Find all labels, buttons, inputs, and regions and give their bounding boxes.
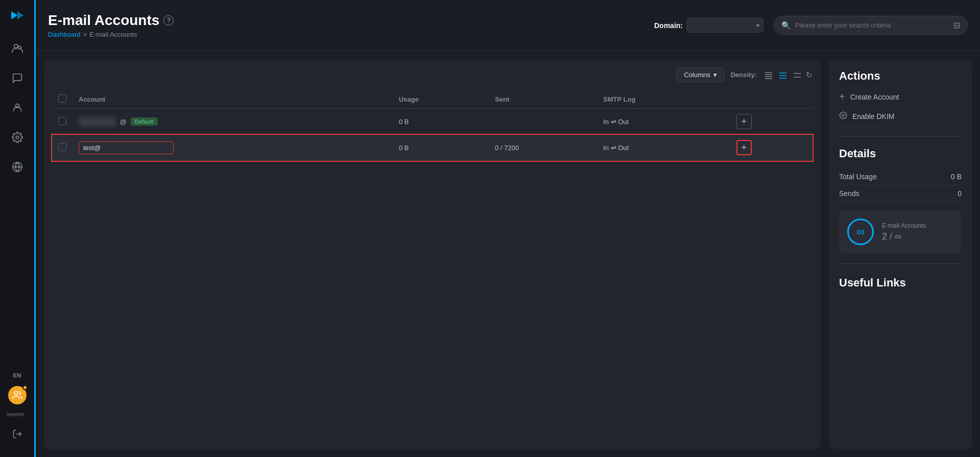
- search-bar: 🔍 ⊟: [774, 16, 968, 35]
- sidebar-nav: [5, 36, 30, 372]
- search-input[interactable]: [795, 21, 949, 29]
- useful-links-title: Useful Links: [839, 276, 962, 290]
- email-accounts-count-number: 2: [882, 231, 887, 242]
- useful-links-section: Useful Links: [839, 274, 962, 290]
- sends-value: 0: [958, 189, 962, 198]
- row2-account-input[interactable]: [79, 141, 174, 154]
- email-accounts-limit: ∞: [895, 231, 901, 242]
- density-label: Density:: [731, 71, 757, 79]
- column-account: Account: [73, 90, 393, 109]
- table-body: xxxxx @ Default 0 B In ⇌ Out: [52, 109, 812, 161]
- column-smtp-log: SMTP Log: [597, 90, 730, 109]
- page-title-text: E-mail Accounts: [48, 12, 159, 29]
- sidebar-item-globe[interactable]: [5, 154, 30, 180]
- actions-section: Actions + Create Account Enable DKIM: [839, 69, 962, 126]
- email-accounts-info: E-mail Accounts 2 / ∞: [882, 222, 926, 242]
- divider-2: [839, 263, 962, 264]
- infinity-icon: ∞: [847, 219, 874, 245]
- header-title-section: E-mail Accounts ? Dashboard > E-mail Acc…: [48, 12, 174, 38]
- main-panel: Columns ▾ Density:: [44, 59, 821, 449]
- svg-point-8: [14, 392, 18, 395]
- svg-point-2: [14, 44, 17, 48]
- domain-dropdown[interactable]: [687, 18, 763, 33]
- sidebar-item-messages[interactable]: [5, 65, 30, 91]
- details-section: Details Total Usage 0 B Sends 0 ∞ E-mail…: [839, 147, 962, 253]
- domain-dropdown-wrapper: ▾: [687, 18, 763, 33]
- table-header: Account Usage Sent SMTP Log: [52, 90, 812, 109]
- main-content: E-mail Accounts ? Dashboard > E-mail Acc…: [36, 0, 980, 457]
- row1-sent: [489, 109, 597, 135]
- svg-marker-1: [17, 11, 23, 19]
- create-account-button[interactable]: + Create Account: [839, 91, 962, 107]
- columns-button-label: Columns: [684, 71, 710, 79]
- sidebar-lang[interactable]: EN: [13, 372, 21, 378]
- breadcrumb-home[interactable]: Dashboard: [48, 31, 81, 38]
- page-body: Columns ▾ Density:: [36, 51, 980, 457]
- search-icon: 🔍: [781, 21, 791, 30]
- divider-1: [839, 136, 962, 137]
- row2-actions-cell: +: [730, 135, 812, 161]
- columns-chevron-icon: ▾: [713, 71, 717, 79]
- row2-plus-button[interactable]: +: [736, 140, 752, 155]
- infinity-symbol: ∞: [856, 225, 865, 238]
- column-sent: Sent: [489, 90, 597, 109]
- row1-plus-button[interactable]: +: [736, 114, 752, 129]
- sidebar-item-avatar[interactable]: [5, 382, 30, 408]
- columns-button[interactable]: Columns ▾: [676, 67, 724, 82]
- table-controls: Columns ▾ Density:: [52, 67, 812, 82]
- row1-checkbox-cell: [52, 109, 73, 135]
- avatar-status-dot: [22, 385, 28, 390]
- help-icon[interactable]: ?: [163, 15, 174, 26]
- svg-point-19: [842, 114, 844, 116]
- density-comfortable-icon[interactable]: [792, 69, 803, 81]
- column-usage: Usage: [393, 90, 489, 109]
- total-usage-value: 0 B: [951, 173, 962, 181]
- density-medium-icon[interactable]: [777, 69, 788, 81]
- column-actions: [730, 90, 812, 109]
- svg-point-3: [18, 46, 21, 49]
- svg-marker-0: [11, 11, 17, 19]
- select-all-checkbox[interactable]: [58, 94, 66, 103]
- actions-title: Actions: [839, 69, 962, 83]
- density-compact-icon[interactable]: [763, 69, 774, 81]
- create-account-icon: +: [839, 91, 845, 103]
- table-row-highlighted: 0 B 0 / 7200 In ⇌ Out +: [52, 135, 812, 161]
- data-table: Account Usage Sent SMTP Log: [52, 90, 812, 161]
- sidebar-item-profile[interactable]: [5, 95, 30, 121]
- row2-checkbox-cell: [52, 135, 73, 161]
- row1-usage: 0 B: [393, 109, 489, 135]
- breadcrumb-current: E-mail Accounts: [89, 31, 137, 38]
- sidebar-vhost-label: VHOSTI...: [7, 412, 28, 417]
- row1-smtp-log: In ⇌ Out: [597, 109, 730, 135]
- header: E-mail Accounts ? Dashboard > E-mail Acc…: [36, 0, 980, 51]
- sidebar-item-users[interactable]: [5, 36, 30, 61]
- row2-sent: 0 / 7200: [489, 135, 597, 161]
- refresh-icon[interactable]: ↻: [806, 70, 812, 80]
- row2-smtp-log-cell: In ⇌ Out: [603, 144, 724, 152]
- sidebar-logo[interactable]: [7, 5, 28, 26]
- filter-icon[interactable]: ⊟: [953, 20, 960, 30]
- row1-account-blur: xxxxx: [79, 117, 116, 127]
- enable-dkim-button[interactable]: Enable DKIM: [839, 107, 962, 126]
- dkim-gear-icon: [839, 111, 847, 122]
- sends-label: Sends: [839, 189, 859, 198]
- row1-smtp-log-cell: In ⇌ Out: [603, 118, 724, 126]
- domain-label: Domain:: [654, 21, 683, 30]
- create-account-label: Create Account: [850, 93, 899, 101]
- sidebar-bottom: EN VHOSTI...: [5, 372, 30, 452]
- row2-account-cell: [73, 135, 393, 161]
- column-checkbox: [52, 90, 73, 109]
- row2-usage: 0 B: [393, 135, 489, 161]
- row2-checkbox[interactable]: [58, 143, 66, 151]
- sidebar-item-logout[interactable]: [5, 421, 30, 447]
- page-title: E-mail Accounts ?: [48, 12, 174, 29]
- row1-account-suffix: @: [120, 118, 127, 126]
- sidebar-item-settings[interactable]: [5, 125, 30, 150]
- breadcrumb: Dashboard > E-mail Accounts: [48, 31, 174, 38]
- row2-smtp-log: In ⇌ Out: [597, 135, 730, 161]
- email-accounts-card-count: 2 / ∞: [882, 231, 926, 242]
- right-panel: Actions + Create Account Enable DKIM: [829, 59, 972, 449]
- density-icons: ↻: [763, 69, 812, 81]
- row1-checkbox[interactable]: [58, 117, 66, 125]
- row1-default-badge: Default: [131, 117, 158, 126]
